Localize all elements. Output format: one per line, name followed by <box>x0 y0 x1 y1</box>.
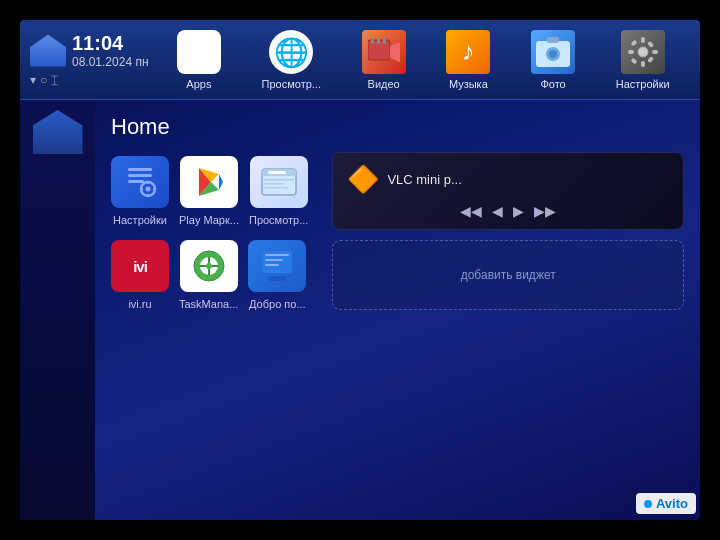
photo-icon <box>531 30 575 74</box>
vlc-controls: ◀◀ ◀ ▶ ▶▶ <box>460 203 556 219</box>
app-label-browser: Просмотр... <box>249 214 308 226</box>
add-widget-label: добавить виджет <box>461 268 556 282</box>
svg-rect-14 <box>630 39 637 46</box>
network-icon: ○ <box>40 73 47 87</box>
nav-label-video: Видео <box>368 78 400 90</box>
welcome-icon <box>248 240 306 292</box>
svg-marker-31 <box>219 174 223 190</box>
app-item-playmarket[interactable]: Play Марк... <box>179 156 239 226</box>
welcome-svg <box>260 249 294 283</box>
svg-rect-34 <box>268 171 286 174</box>
ivi-logo-text: ivi <box>133 258 147 275</box>
app-label-ivi: ivi.ru <box>128 298 151 310</box>
svg-rect-12 <box>628 50 634 54</box>
date-display: 08.01.2024 пн <box>72 55 149 69</box>
nav-item-browser[interactable]: Просмотр... <box>254 26 329 94</box>
svg-rect-8 <box>547 37 559 43</box>
nav-label-browser: Просмотр... <box>262 78 321 90</box>
wifi-icon: ▾ <box>30 73 36 87</box>
home-clock-widget: 11:04 08.01.2024 пн ▾ ○ ⌶ <box>30 33 149 87</box>
nav-item-music[interactable]: ♪ Музыка <box>438 26 498 94</box>
video-icon <box>362 30 406 74</box>
main-content: Home <box>20 100 700 520</box>
settings-nav-icon <box>621 30 665 74</box>
svg-rect-3 <box>377 38 380 44</box>
svg-rect-45 <box>268 276 286 281</box>
svg-point-9 <box>638 47 648 57</box>
app-label-welcome: Добро по... <box>249 298 306 310</box>
svg-rect-16 <box>630 57 637 64</box>
time-display: 11:04 <box>72 33 149 53</box>
taskmanager-icon <box>180 240 238 292</box>
app-grid-left: Настройки <box>111 156 308 310</box>
playmarket-svg <box>191 164 227 200</box>
app-grid-wrapper: Настройки <box>111 156 684 310</box>
app-item-welcome[interactable]: Добро по... <box>248 240 306 310</box>
nav-items: Apps Просмотр... Видео <box>157 20 690 99</box>
vlc-prev-btn[interactable]: ◀ <box>492 203 503 219</box>
svg-rect-19 <box>128 174 152 177</box>
browser-app-svg <box>260 165 298 199</box>
home-title: Home <box>111 114 684 140</box>
app-label-taskmanager: TaskMana... <box>179 298 238 310</box>
add-widget-button[interactable]: добавить виджет <box>332 240 684 310</box>
home-icon[interactable] <box>30 35 66 67</box>
nav-label-music: Музыка <box>449 78 488 90</box>
playmarket-icon <box>180 156 238 208</box>
sidebar-home-icon[interactable] <box>33 110 83 154</box>
music-note-icon: ♪ <box>462 36 475 67</box>
nav-item-photo[interactable]: Фото <box>523 26 583 94</box>
vlc-play-btn[interactable]: ▶ <box>513 203 524 219</box>
taskmanager-svg <box>191 248 227 284</box>
usb-icon: ⌶ <box>51 73 58 87</box>
music-icon: ♪ <box>446 30 490 74</box>
svg-rect-35 <box>264 179 294 181</box>
home-panel: Home <box>95 100 700 520</box>
nav-label-photo: Фото <box>540 78 565 90</box>
browser-app-icon <box>250 156 308 208</box>
avito-label: Avito <box>656 496 688 511</box>
settings-app-gear-svg <box>122 164 158 200</box>
app-item-ivi[interactable]: ivi ivi.ru <box>111 240 169 310</box>
ivi-icon: ivi <box>111 240 169 292</box>
svg-rect-43 <box>265 259 283 261</box>
nav-item-settings[interactable]: Настройки <box>608 26 678 94</box>
avito-watermark: Avito <box>636 493 696 514</box>
svg-point-22 <box>146 187 151 192</box>
nav-label-settings: Настройки <box>616 78 670 90</box>
svg-rect-4 <box>383 38 386 44</box>
app-item-settings[interactable]: Настройки <box>111 156 169 226</box>
svg-rect-36 <box>264 183 284 185</box>
svg-rect-2 <box>371 38 374 44</box>
svg-rect-17 <box>647 56 654 63</box>
nav-item-video[interactable]: Видео <box>354 26 414 94</box>
svg-point-40 <box>206 263 212 269</box>
vlc-title: VLC mini p... <box>387 172 461 187</box>
sidebar <box>20 100 95 520</box>
vlc-rewind-btn[interactable]: ◀◀ <box>460 203 482 219</box>
svg-rect-11 <box>641 61 645 67</box>
nav-item-apps[interactable]: Apps <box>169 26 229 94</box>
svg-rect-37 <box>264 187 288 189</box>
video-svg <box>368 38 400 66</box>
app-grid-right: 🔶 VLC mini p... ◀◀ ◀ ▶ ▶▶ добавить видже… <box>324 152 684 310</box>
svg-marker-1 <box>390 42 400 62</box>
svg-rect-42 <box>265 254 289 256</box>
svg-rect-15 <box>647 40 654 47</box>
app-label-playmarket: Play Марк... <box>179 214 239 226</box>
vlc-cone-icon: 🔶 <box>347 163 379 195</box>
svg-rect-10 <box>641 37 645 43</box>
avito-dot <box>644 500 652 508</box>
app-item-taskmanager[interactable]: TaskMana... <box>179 240 238 310</box>
svg-rect-13 <box>652 50 658 54</box>
svg-rect-44 <box>265 264 279 266</box>
apps-icon <box>177 30 221 74</box>
vlc-title-row: 🔶 VLC mini p... <box>347 163 461 195</box>
browser-icon <box>269 30 313 74</box>
vlc-widget: 🔶 VLC mini p... ◀◀ ◀ ▶ ▶▶ <box>332 152 684 230</box>
app-item-browser[interactable]: Просмотр... <box>249 156 308 226</box>
svg-point-7 <box>549 50 557 58</box>
vlc-forward-btn[interactable]: ▶▶ <box>534 203 556 219</box>
nav-label-apps: Apps <box>186 78 211 90</box>
photo-svg <box>536 37 570 67</box>
